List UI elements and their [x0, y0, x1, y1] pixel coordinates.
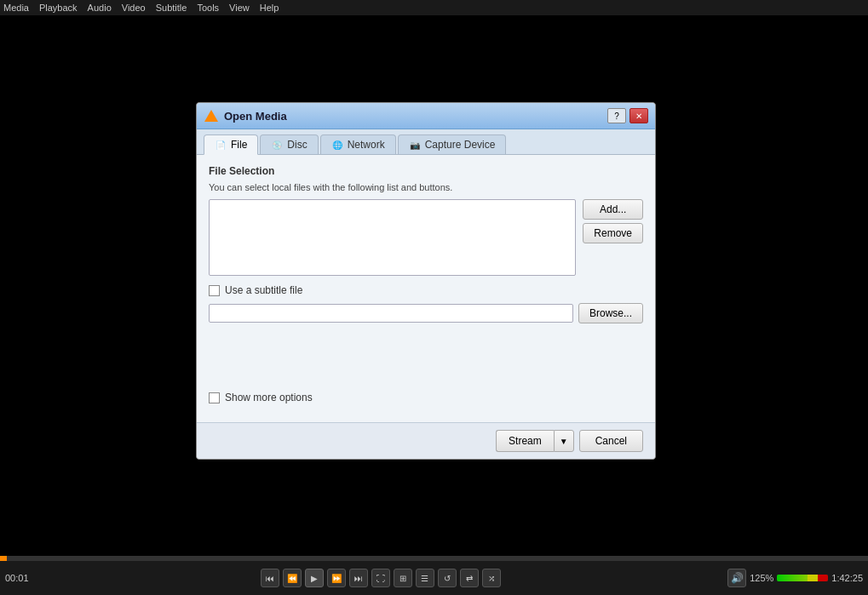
progress-bar[interactable] — [0, 556, 868, 561]
extended-button[interactable]: ⊞ — [394, 569, 412, 587]
tab-file-label: File — [231, 139, 247, 151]
random-button[interactable]: ⇄ — [460, 569, 479, 587]
dialog-titlebar: Open Media ? ✕ — [197, 103, 655, 129]
subtitle-checkbox[interactable] — [209, 285, 220, 296]
capture-icon: 📷 — [409, 139, 421, 151]
stream-button[interactable]: Stream — [496, 430, 554, 452]
tab-network-label: Network — [348, 139, 385, 151]
controls-row: 00:01 ⏮ ⏪ ▶ ⏩ ⏭ ⛶ ⊞ ☰ ↺ ⇄ ⤮ 🔊 125% — [0, 561, 868, 595]
vlc-icon — [204, 108, 219, 123]
open-media-dialog: Open Media ? ✕ 📄 File 💿 Disc 🌐 Network 📷 — [196, 102, 656, 460]
forward-button[interactable]: ⏩ — [327, 569, 346, 587]
section-title: File Selection — [209, 165, 643, 177]
next-button[interactable]: ⏭ — [349, 569, 368, 587]
subtitle-input-row: Browse... — [209, 303, 643, 323]
volume-bar[interactable] — [777, 575, 828, 581]
volume-icon[interactable]: 🔊 — [727, 569, 746, 587]
playlist-button[interactable]: ☰ — [416, 569, 434, 587]
dialog-body: File Selection You can select local file… — [197, 155, 655, 422]
dialog-overlay: Open Media ? ✕ 📄 File 💿 Disc 🌐 Network 📷 — [0, 0, 868, 595]
volume-section: 🔊 125% — [727, 569, 828, 587]
volume-fill-yellow — [808, 575, 818, 581]
play-button[interactable]: ▶ — [305, 569, 324, 587]
dialog-title: Open Media — [224, 110, 607, 123]
tab-network[interactable]: 🌐 Network — [320, 134, 396, 154]
bottombar: 00:01 ⏮ ⏪ ▶ ⏩ ⏭ ⛶ ⊞ ☰ ↺ ⇄ ⤮ 🔊 125% — [0, 556, 868, 595]
back-button[interactable]: ⏪ — [283, 569, 302, 587]
loop-button[interactable]: ↺ — [438, 569, 457, 587]
prev-button[interactable]: ⏮ — [261, 569, 279, 587]
help-button[interactable]: ? — [607, 108, 626, 123]
tab-disc-label: Disc — [287, 139, 307, 151]
controls-right: 🔊 125% 1:42:25 — [727, 569, 863, 587]
volume-pct: 125% — [750, 573, 773, 583]
subtitle-label: Use a subtitle file — [225, 284, 302, 296]
dialog-footer: Stream ▼ Cancel — [197, 422, 655, 459]
subtitle-row: Use a subtitle file — [209, 284, 643, 296]
add-button[interactable]: Add... — [583, 199, 643, 220]
more-options-label: Show more options — [225, 392, 313, 403]
progress-fill — [0, 556, 7, 561]
file-buttons: Add... Remove — [583, 199, 643, 276]
tab-file[interactable]: 📄 File — [204, 134, 258, 155]
stream-dropdown-arrow[interactable]: ▼ — [554, 430, 574, 452]
network-icon: 🌐 — [331, 139, 343, 151]
fullscreen-button[interactable]: ⛶ — [371, 569, 390, 587]
volume-fill-red — [818, 575, 828, 581]
more-options-checkbox[interactable] — [209, 392, 220, 403]
tab-capture[interactable]: 📷 Capture Device — [398, 134, 507, 154]
time-left: 00:01 — [5, 573, 29, 583]
tab-capture-label: Capture Device — [425, 139, 496, 151]
tab-disc[interactable]: 💿 Disc — [260, 134, 318, 154]
close-button[interactable]: ✕ — [629, 108, 648, 123]
shuffle-button[interactable]: ⤮ — [482, 569, 501, 587]
titlebar-buttons: ? ✕ — [607, 108, 648, 123]
file-icon: 📄 — [215, 139, 227, 151]
cancel-button[interactable]: Cancel — [579, 430, 643, 452]
time-right: 1:42:25 — [831, 573, 863, 583]
file-area: Add... Remove — [209, 199, 643, 276]
extra-space — [209, 323, 643, 392]
stream-button-group: Stream ▼ — [496, 430, 574, 452]
section-desc: You can select local files with the foll… — [209, 182, 643, 192]
controls-left: ⏮ ⏪ ▶ ⏩ ⏭ ⛶ ⊞ ☰ ↺ ⇄ ⤮ — [261, 569, 501, 587]
disc-icon: 💿 — [271, 139, 283, 151]
tabs-bar: 📄 File 💿 Disc 🌐 Network 📷 Capture Device — [197, 129, 655, 155]
browse-button[interactable]: Browse... — [578, 303, 643, 323]
options-row: Show more options — [209, 392, 643, 403]
remove-button[interactable]: Remove — [583, 223, 643, 243]
subtitle-input[interactable] — [209, 304, 573, 323]
file-list[interactable] — [209, 199, 576, 276]
volume-fill-green — [777, 575, 808, 581]
